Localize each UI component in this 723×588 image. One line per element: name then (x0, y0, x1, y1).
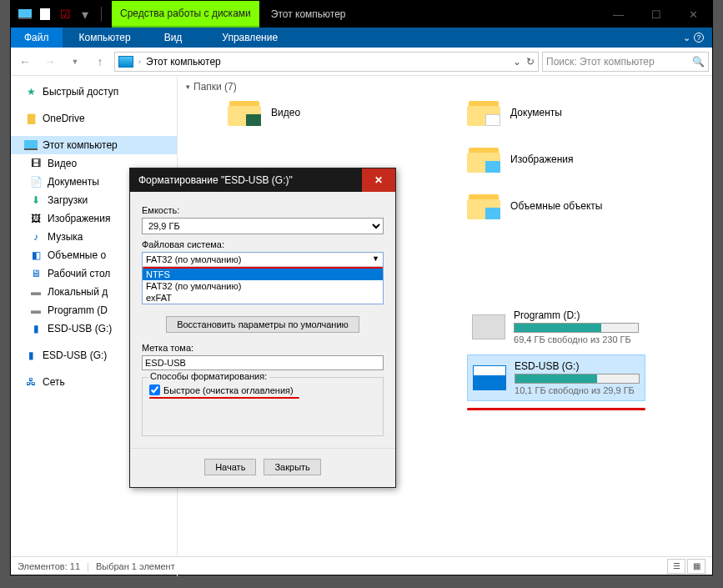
close-dialog-button[interactable]: Закрыть (264, 459, 320, 475)
icons-view-button[interactable]: ▦ (687, 559, 705, 574)
drive-name: Programm (D:) (514, 309, 639, 321)
quick-access-toolbar: ☑ ▾ (11, 1, 112, 28)
star-icon: ★ (24, 85, 38, 98)
quick-format-checkbox-row[interactable]: Быстрое (очистка оглавления) (149, 384, 376, 395)
dialog-titlebar: Форматирование "ESD-USB (G:)" ✕ (130, 168, 395, 192)
maximize-button[interactable]: ☐ (637, 1, 675, 28)
sidebar-this-pc[interactable]: Этот компьютер (11, 136, 177, 154)
address-path: Этот компьютер (146, 56, 221, 68)
folder-icon (467, 191, 502, 221)
separator (101, 7, 102, 22)
drive-icon (472, 314, 505, 339)
explorer-window: ☑ ▾ Средства работы с дисками Этот компь… (10, 0, 713, 575)
drive-icon: ▬ (29, 304, 43, 317)
help-icon: ? (694, 33, 704, 43)
pc-icon (118, 56, 133, 68)
search-box[interactable]: Поиск: Этот компьютер 🔍 (542, 52, 709, 72)
ribbon-tab-manage[interactable]: Управление (205, 28, 294, 48)
svg-rect-2 (40, 8, 50, 20)
folder-pictures[interactable]: Изображения (467, 144, 645, 174)
back-button[interactable]: ← (14, 51, 36, 73)
titlebar: ☑ ▾ Средства работы с дисками Этот компь… (11, 1, 712, 28)
details-view-button[interactable]: ☰ (667, 559, 685, 574)
annotation-underline (467, 408, 645, 410)
dialog-close-button[interactable]: ✕ (362, 168, 395, 192)
folder-3d-objects[interactable]: Объемные объекты (467, 191, 645, 221)
volume-label-label: Метка тома: (142, 343, 384, 353)
usb-drive-icon (473, 365, 506, 390)
folder-documents[interactable]: Документы (467, 98, 645, 128)
address-dropdown-icon[interactable]: ⌄ (513, 56, 521, 68)
capacity-select[interactable]: 29,9 ГБ (142, 218, 384, 234)
picture-icon: 🖼 (29, 212, 43, 225)
network-icon: 🖧 (24, 375, 38, 389)
format-options-group: Способы форматирования: Быстрое (очистка… (142, 377, 384, 436)
ribbon-tab-view[interactable]: Вид (148, 28, 199, 48)
svg-rect-1 (18, 18, 32, 19)
close-button[interactable]: ✕ (675, 1, 712, 28)
forward-button[interactable]: → (39, 51, 61, 73)
item-count: Элементов: 11 (18, 561, 80, 571)
desktop-icon: 🖥 (29, 267, 43, 280)
recent-dropdown[interactable]: ▼ (64, 51, 86, 73)
music-icon: ♪ (29, 230, 43, 244)
file-icon (38, 7, 53, 22)
window-controls: — ☐ ✕ (600, 1, 712, 28)
dialog-footer: Начать Закрыть (130, 448, 395, 487)
sidebar-onedrive[interactable]: ▇OneDrive (11, 109, 177, 128)
drive-icon: ▬ (29, 285, 43, 299)
search-placeholder: Поиск: Этот компьютер (546, 56, 655, 68)
fs-option-exfat[interactable]: exFAT (143, 292, 383, 304)
file-tab[interactable]: Файл (11, 28, 63, 48)
chevron-down-icon: ▼ (372, 254, 379, 264)
video-icon: 🎞 (29, 157, 43, 170)
drive-capacity-bar (515, 374, 640, 384)
svg-rect-4 (24, 148, 38, 150)
svg-rect-0 (18, 9, 32, 18)
svg-rect-3 (24, 140, 38, 148)
filesystem-select[interactable]: FAT32 (по умолчанию)▼ NTFS FAT32 (по умо… (142, 252, 384, 304)
document-icon: 📄 (29, 175, 43, 188)
checkbox-icon: ☑ (58, 7, 73, 22)
fs-option-ntfs[interactable]: NTFS (143, 269, 383, 280)
start-button[interactable]: Начать (204, 459, 256, 475)
cube-icon: ◧ (29, 249, 43, 262)
window-title: Этот компьютер (259, 1, 358, 28)
ribbon-tab-computer[interactable]: Компьютер (63, 28, 148, 48)
folder-icon (467, 98, 502, 128)
dropdown-icon[interactable]: ▾ (78, 7, 93, 22)
selection-count: Выбран 1 элемент (96, 561, 175, 571)
address-bar[interactable]: › Этот компьютер ⌄↻ (114, 52, 539, 72)
folder-video[interactable]: Видео (228, 98, 300, 128)
up-button[interactable]: ↑ (89, 51, 111, 73)
folder-icon (467, 144, 502, 174)
quick-format-checkbox[interactable] (149, 384, 160, 395)
status-bar: Элементов: 11 | Выбран 1 элемент ☰ ▦ (11, 556, 712, 575)
filesystem-label: Файловая система: (142, 239, 384, 249)
fs-option-fat32[interactable]: FAT32 (по умолчанию) (143, 280, 383, 292)
drive-free-text: 10,1 ГБ свободно из 29,9 ГБ (515, 385, 640, 395)
sidebar-quick-access[interactable]: ★Быстрый доступ (11, 83, 177, 101)
restore-defaults-button[interactable]: Восстановить параметры по умолчанию (166, 316, 359, 333)
dialog-title: Форматирование "ESD-USB (G:)" (138, 174, 293, 186)
folder-icon: ▇ (24, 112, 38, 125)
drive-esd-usb[interactable]: ESD-USB (G:) 10,1 ГБ свободно из 29,9 ГБ (467, 354, 645, 401)
ribbon-collapse[interactable]: ⌄? (675, 28, 712, 48)
volume-label-input[interactable] (142, 355, 384, 370)
ribbon-tabs: Файл Компьютер Вид Управление ⌄? (11, 28, 712, 48)
download-icon: ⬇ (29, 193, 43, 207)
search-icon: 🔍 (692, 56, 705, 68)
usb-icon: ▮ (29, 322, 43, 335)
drive-name: ESD-USB (G:) (515, 360, 640, 372)
refresh-icon[interactable]: ↻ (526, 56, 535, 68)
navigation-bar: ← → ▼ ↑ › Этот компьютер ⌄↻ Поиск: Этот … (11, 48, 712, 76)
format-dialog: Форматирование "ESD-USB (G:)" ✕ Емкость:… (129, 168, 396, 488)
minimize-button[interactable]: — (600, 1, 637, 28)
format-options-label: Способы форматирования: (148, 371, 269, 381)
usb-icon: ▮ (24, 349, 38, 362)
folder-icon (228, 98, 263, 128)
folders-section-header[interactable]: ▾ Папки (7) (186, 81, 704, 93)
drive-programm[interactable]: Programm (D:) 69,4 ГБ свободно из 230 ГБ (467, 304, 645, 349)
pc-icon (18, 7, 33, 22)
contextual-tab-header: Средства работы с дисками (112, 1, 259, 28)
